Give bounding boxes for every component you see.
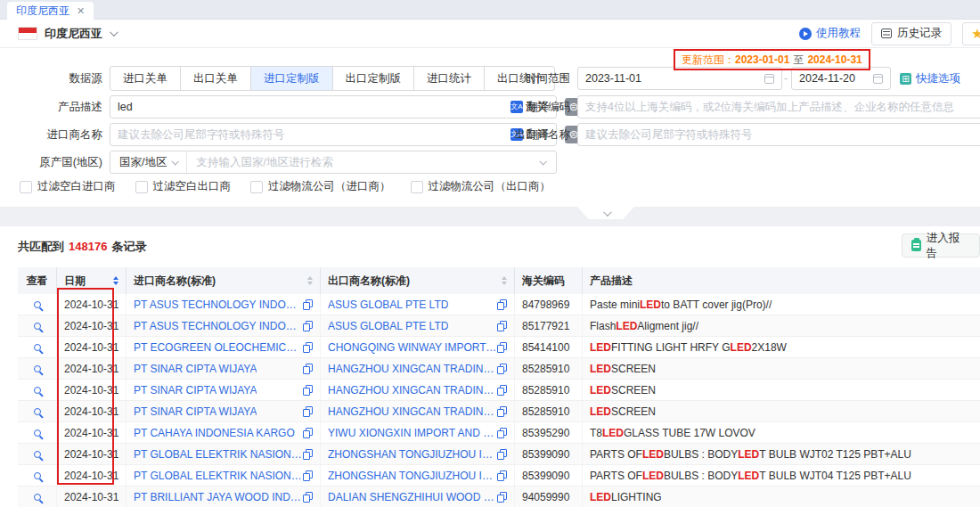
magnifier-icon[interactable] (34, 494, 41, 501)
data-source-tab[interactable]: 出口定制版 (332, 66, 415, 91)
exporter-input[interactable] (578, 124, 980, 145)
copy-icon[interactable] (303, 321, 313, 331)
magnifier-icon[interactable] (34, 301, 41, 308)
table-header: 查看 日期 进口商名称(标准) 出口商名称(标准) 海关编码 产品描述 (18, 267, 980, 294)
desc-text: BULBS : BODY (664, 470, 738, 482)
copy-icon[interactable] (303, 385, 313, 396)
importer-link[interactable]: PT ASUS TECHNOLOGY INDONESIA BA... (134, 320, 303, 332)
chevron-down-icon (602, 208, 611, 217)
copy-icon[interactable] (303, 364, 313, 374)
copy-icon[interactable] (303, 342, 313, 353)
magnifier-icon[interactable] (34, 323, 41, 330)
copy-icon[interactable] (303, 449, 313, 460)
exporter-link[interactable]: HANGZHOU XINGCAN TRADING CO LTD (328, 384, 497, 397)
importer-link[interactable]: PT ASUS TECHNOLOGY INDONESIA BA... (134, 298, 303, 311)
importer-cell: PT SINAR CIPTA WIJAYA (127, 401, 321, 421)
exporter-link[interactable]: ZHONGSHAN TONGJIUZHOU INTERNA... (328, 448, 497, 461)
filter-checkbox[interactable]: 过滤空白出口商 (135, 179, 232, 194)
copy-icon[interactable] (497, 364, 507, 374)
desc-text: Flash (590, 320, 616, 332)
tab-indonesia[interactable]: 印度尼西亚 ✕ (7, 2, 94, 20)
importer-link[interactable]: PT CAHAYA INDONESIA KARGO (134, 427, 295, 439)
importer-input[interactable] (110, 124, 503, 145)
exporter-link[interactable]: DALIAN SHENGZHIHUI WOOD INDUST... (328, 491, 497, 503)
desc-text: T BULB WJT02 T125 PBT+ALU (759, 448, 911, 461)
origin-select-value: 国家/地区 (119, 155, 167, 170)
checkbox-icon[interactable] (20, 181, 32, 193)
col-exporter[interactable]: 出口商名称(标准) (321, 267, 515, 294)
keyword-highlight: LED (602, 427, 624, 439)
magnifier-icon[interactable] (34, 387, 41, 394)
origin-select[interactable]: 国家/地区 支持输入国家/地区进行检索 (110, 151, 557, 174)
col-importer[interactable]: 进口商名称(标准) (127, 267, 321, 294)
importer-cell: PT ECOGREEN OLEOCHEMICALS (127, 337, 321, 357)
copy-icon[interactable] (303, 492, 313, 503)
importer-link[interactable]: PT GLOBAL ELEKTRIK NASIONAL (134, 470, 303, 482)
copy-icon[interactable] (303, 428, 313, 438)
data-source-tab[interactable]: 出口关单 (180, 66, 251, 91)
importer-link[interactable]: PT BRILLIANT JAYA WOOD INDUSTRY (134, 491, 303, 503)
origin-select-head[interactable]: 国家/地区 (110, 151, 187, 173)
copy-icon[interactable] (303, 406, 313, 417)
checkbox-icon[interactable] (250, 181, 263, 193)
checkbox-icon[interactable] (135, 181, 148, 193)
product-desc-input[interactable] (110, 96, 503, 118)
checkbox-icon[interactable] (411, 181, 423, 193)
sort-icon[interactable] (113, 276, 118, 285)
checkbox-label: 过滤空白出口商 (153, 179, 232, 194)
tab-title: 印度尼西亚 (16, 4, 69, 19)
copy-icon[interactable] (497, 492, 507, 503)
data-source-tab[interactable]: 进口定制版 (250, 66, 333, 91)
exporter-link[interactable]: ASUS GLOBAL PTE LTD (328, 298, 448, 311)
chevron-down-icon[interactable] (110, 28, 118, 37)
magnifier-icon[interactable] (34, 472, 41, 479)
close-icon[interactable]: ✕ (77, 6, 85, 16)
exporter-link[interactable]: HANGZHOU XINGCAN TRADING CO LTD (328, 363, 497, 375)
quick-options-link[interactable]: 快捷选项 (900, 67, 960, 90)
magnifier-icon[interactable] (34, 408, 41, 415)
copy-icon[interactable] (497, 449, 507, 460)
exporter-link[interactable]: HANGZHOU XINGCAN TRADING CO LTD (328, 405, 497, 418)
date-cell: 2024-10-31 (57, 337, 127, 357)
exporter-link[interactable]: ASUS GLOBAL PTE LTD (328, 320, 448, 332)
copy-icon[interactable] (497, 321, 507, 331)
data-source-tab[interactable]: 进口统计 (413, 66, 485, 91)
importer-link[interactable]: PT SINAR CIPTA WIJAYA (134, 384, 257, 397)
history-button[interactable]: 历史记录 (871, 22, 951, 45)
col-date[interactable]: 日期 (57, 267, 127, 294)
filter-checkbox[interactable]: 过滤物流公司（出口商） (411, 179, 551, 194)
magnifier-icon[interactable] (34, 429, 41, 437)
copy-icon[interactable] (497, 406, 507, 417)
copy-icon[interactable] (497, 470, 507, 481)
copy-icon[interactable] (497, 385, 507, 396)
exporter-link[interactable]: CHONGQING WINWAY IMPORT AND E... (328, 341, 497, 354)
importer-link[interactable]: PT SINAR CIPTA WIJAYA (134, 363, 257, 375)
importer-link[interactable]: PT GLOBAL ELEKTRIK NASIONAL (134, 448, 303, 461)
magnifier-icon[interactable] (34, 451, 41, 458)
filter-checkbox[interactable]: 过滤空白进口商 (20, 179, 116, 194)
importer-link[interactable]: PT ECOGREEN OLEOCHEMICALS (134, 341, 303, 354)
data-source-tab[interactable]: 进口关单 (110, 66, 181, 91)
copy-icon[interactable] (497, 299, 507, 310)
filter-checkbox[interactable]: 过滤物流公司（进口商） (250, 179, 391, 194)
hs-code-cell: 85177921 (515, 315, 583, 336)
favorite-button[interactable] (962, 22, 980, 45)
copy-icon[interactable] (497, 342, 507, 353)
magnifier-icon[interactable] (34, 365, 41, 372)
copy-icon[interactable] (497, 428, 507, 438)
filter-checkboxes: 过滤空白进口商过滤空白出口商过滤物流公司（进口商）过滤物流公司（出口商） (20, 179, 551, 194)
sort-icon[interactable] (502, 276, 507, 285)
copy-icon[interactable] (303, 470, 313, 481)
hs-code-input[interactable] (578, 96, 980, 118)
view-cell (18, 487, 57, 507)
keyword-highlight: LED (590, 384, 611, 397)
exporter-link[interactable]: YIWU XIONGXIN IMPORT AND EXPORT... (328, 427, 497, 439)
desc-text: PARTS OF (590, 470, 642, 482)
copy-icon[interactable] (303, 299, 313, 310)
enter-report-button[interactable]: 进入报告 (902, 233, 980, 258)
importer-link[interactable]: PT SINAR CIPTA WIJAYA (134, 405, 257, 418)
exporter-link[interactable]: ZHONGSHAN TONGJIUZHOU INTERNA... (328, 470, 497, 482)
tutorial-button[interactable]: 使用教程 (799, 26, 861, 41)
magnifier-icon[interactable] (34, 344, 41, 351)
sort-icon[interactable] (307, 276, 313, 285)
